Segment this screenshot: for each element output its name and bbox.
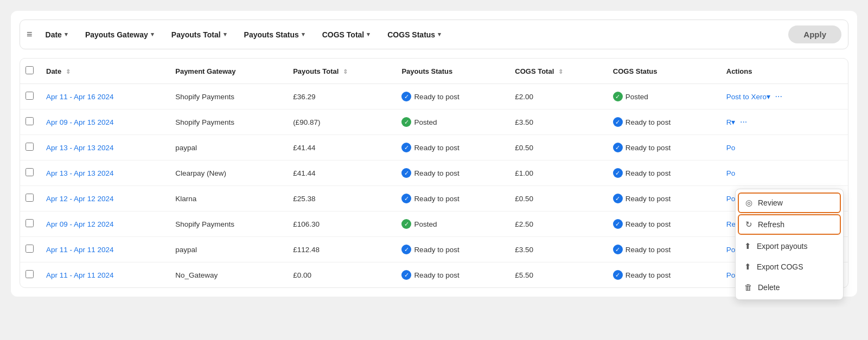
col-payment-gateway-label: Payment Gateway	[175, 67, 235, 75]
col-date: Date ⇕	[40, 59, 169, 84]
row-checkbox-cell[interactable]	[20, 186, 40, 211]
cell-cogs-status: ✓ Ready to post	[607, 211, 720, 237]
col-cogs-total: COGS Total ⇕	[508, 59, 607, 84]
dropdown-item-review[interactable]: ◎Review	[738, 193, 841, 213]
row-checkbox[interactable]	[25, 245, 34, 253]
table-header-row: Date ⇕ Payment Gateway Payouts Total ⇕ P…	[20, 59, 848, 84]
dropdown-item-export_payouts[interactable]: ⬆Export payouts	[736, 236, 843, 256]
dropdown-item-refresh[interactable]: ↻Refresh	[738, 214, 841, 235]
row-checkbox[interactable]	[25, 194, 34, 202]
payouts-status-filter-button[interactable]: Payouts Status ▾	[238, 27, 311, 42]
action-dots-menu[interactable]: ···	[738, 117, 748, 126]
date-link[interactable]: Apr 13 - Apr 13 2024	[46, 169, 114, 177]
table-row: Apr 11 - Apr 16 2024Shopify Payments£36.…	[20, 84, 848, 110]
row-checkbox[interactable]	[25, 270, 34, 278]
action-post-link[interactable]: R▾	[726, 118, 736, 126]
cell-actions: R▾ ···	[720, 110, 848, 135]
row-checkbox[interactable]	[25, 219, 34, 227]
payouts-total-sort-icon[interactable]: ⇕	[343, 68, 348, 75]
row-checkbox-cell[interactable]	[20, 262, 40, 288]
check-circle-blue-icon: ✓	[401, 143, 411, 152]
action-link[interactable]: Po	[726, 169, 736, 177]
cogs-total-filter-button[interactable]: COGS Total ▾	[316, 27, 377, 42]
col-cogs-total-label: COGS Total	[515, 67, 554, 75]
cell-payouts-total: £106.30	[286, 211, 395, 237]
delete-label: Delete	[758, 283, 780, 292]
row-checkbox-cell[interactable]	[20, 110, 40, 135]
date-link[interactable]: Apr 13 - Apr 13 2024	[46, 144, 114, 152]
action-dots-menu[interactable]: ···	[773, 92, 782, 101]
col-payouts-status-label: Payouts Status	[401, 67, 452, 75]
select-all-checkbox[interactable]	[25, 66, 34, 74]
cell-payouts-total: £41.44	[286, 135, 395, 161]
select-all-cell[interactable]	[20, 59, 40, 84]
check-circle-green-icon: ✓	[613, 92, 623, 101]
action-link[interactable]: Po	[726, 195, 736, 203]
row-checkbox[interactable]	[25, 168, 34, 176]
payouts-gateway-filter-button[interactable]: Payouts Gateway ▾	[79, 27, 161, 42]
date-sort-icon[interactable]: ⇕	[66, 68, 71, 75]
review-label: Review	[758, 198, 783, 207]
cogs-total-sort-icon[interactable]: ⇕	[558, 68, 563, 75]
cogs-status-badge: ✓ Ready to post	[613, 194, 671, 203]
row-checkbox-cell[interactable]	[20, 211, 40, 237]
refresh-icon: ↻	[745, 220, 752, 229]
main-container: ≡ Date ▾ Payouts Gateway ▾ Payouts Total…	[11, 11, 857, 297]
table-row: Apr 13 - Apr 13 2024paypal£41.44✓ Ready …	[20, 135, 848, 161]
col-date-label: Date	[46, 67, 61, 75]
date-link[interactable]: Apr 11 - Apr 11 2024	[46, 271, 114, 279]
date-link[interactable]: Apr 11 - Apr 16 2024	[46, 93, 114, 101]
date-link[interactable]: Apr 09 - Apr 15 2024	[46, 118, 114, 126]
row-checkbox-cell[interactable]	[20, 237, 40, 262]
cell-date: Apr 11 - Apr 16 2024	[40, 84, 169, 110]
cell-date: Apr 13 - Apr 13 2024	[40, 161, 169, 186]
data-table-wrapper: Date ⇕ Payment Gateway Payouts Total ⇕ P…	[20, 58, 848, 288]
cell-actions: Po	[720, 135, 848, 161]
check-circle-blue-icon: ✓	[613, 143, 623, 152]
cell-payouts-status: ✓ Ready to post	[395, 186, 508, 211]
dropdown-item-delete[interactable]: 🗑Delete	[736, 277, 843, 297]
dropdown-item-export_cogs[interactable]: ⬆Export COGS	[736, 256, 843, 277]
cell-payment-gateway: Shopify Payments	[169, 110, 286, 135]
payouts-total-chevron-icon: ▾	[224, 31, 227, 38]
check-circle-blue-icon: ✓	[401, 245, 411, 254]
cell-actions: Post to Xero▾ ···	[720, 84, 848, 110]
date-link[interactable]: Apr 09 - Apr 12 2024	[46, 220, 114, 228]
cell-cogs-total: £1.00	[508, 161, 607, 186]
cell-actions: Po	[720, 161, 848, 186]
filter-bar: ≡ Date ▾ Payouts Gateway ▾ Payouts Total…	[20, 20, 848, 49]
row-checkbox[interactable]	[25, 92, 34, 100]
action-post-link[interactable]: Post to Xero▾	[726, 93, 770, 101]
check-circle-blue-icon: ✓	[613, 194, 623, 203]
cell-payment-gateway: No_Gateway	[169, 262, 286, 288]
check-circle-blue-icon: ✓	[401, 92, 411, 101]
payouts-total-filter-button[interactable]: Payouts Total ▾	[165, 27, 233, 42]
payouts-status-badge: ✓ Posted	[401, 219, 437, 229]
payouts-gateway-filter-label: Payouts Gateway	[85, 30, 148, 39]
cogs-status-badge: ✓ Ready to post	[613, 270, 671, 280]
row-checkbox[interactable]	[25, 117, 34, 125]
row-checkbox-cell[interactable]	[20, 135, 40, 161]
table-row: Apr 11 - Apr 11 2024No_Gateway£0.00✓ Rea…	[20, 262, 848, 288]
check-circle-blue-icon: ✓	[613, 245, 623, 254]
check-circle-blue-icon: ✓	[401, 270, 411, 280]
date-link[interactable]: Apr 11 - Apr 11 2024	[46, 246, 114, 254]
payouts-status-filter-label: Payouts Status	[244, 30, 299, 39]
row-checkbox-cell[interactable]	[20, 84, 40, 110]
row-checkbox-cell[interactable]	[20, 161, 40, 186]
col-actions: Actions	[720, 59, 848, 84]
apply-button[interactable]: Apply	[788, 25, 841, 43]
cell-cogs-status: ✓ Ready to post	[607, 262, 720, 288]
cell-payouts-total: £36.29	[286, 84, 395, 110]
action-link[interactable]: Po	[726, 144, 736, 152]
check-circle-blue-icon: ✓	[613, 219, 623, 229]
date-link[interactable]: Apr 12 - Apr 12 2024	[46, 195, 114, 203]
cell-cogs-status: ✓ Ready to post	[607, 161, 720, 186]
context-dropdown-menu: ◎Review↻Refresh⬆Export payouts⬆Export CO…	[735, 189, 844, 300]
table-row: Apr 13 - Apr 13 2024Clearpay (New)£41.44…	[20, 161, 848, 186]
cogs-status-filter-button[interactable]: COGS Status ▾	[381, 27, 448, 42]
review-icon: ◎	[745, 198, 752, 208]
date-filter-button[interactable]: Date ▾	[39, 27, 74, 42]
row-checkbox[interactable]	[25, 143, 34, 151]
cell-payment-gateway: Clearpay (New)	[169, 161, 286, 186]
